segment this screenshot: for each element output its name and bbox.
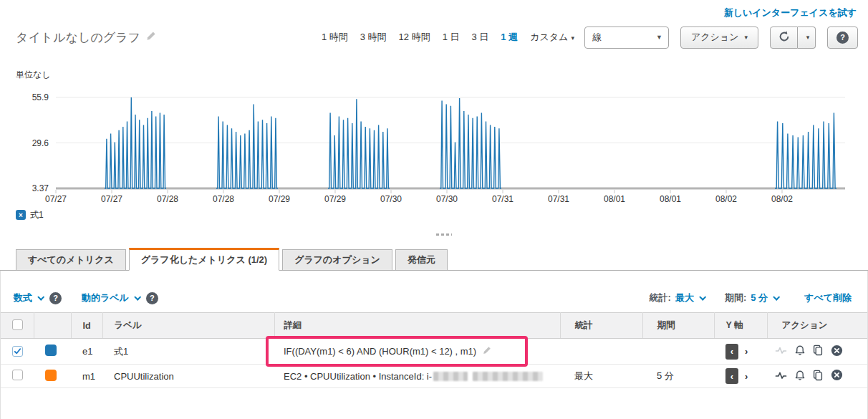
row-checkbox-checked[interactable] xyxy=(12,346,23,357)
period-value: 5 分 xyxy=(642,365,714,388)
tab-source[interactable]: 発信元 xyxy=(395,249,448,270)
legend-series-label[interactable]: 式1 xyxy=(30,209,44,221)
svg-text:08/02: 08/02 xyxy=(771,194,793,204)
svg-text:07/31: 07/31 xyxy=(548,194,569,204)
resize-handle-icon[interactable] xyxy=(436,233,452,236)
yaxis-left-button[interactable]: ‹ xyxy=(725,344,738,360)
svg-text:07/31: 07/31 xyxy=(492,194,513,204)
period-value xyxy=(642,339,714,365)
chart-type-value: 線 xyxy=(592,31,602,44)
details-column-header: 詳細 xyxy=(274,313,560,339)
metric-details: EC2 • CPUUtilization • InstanceId: i- xyxy=(284,371,432,382)
sparkline-icon[interactable] xyxy=(775,370,787,383)
id-column-header: Id xyxy=(71,313,102,339)
svg-text:07/28: 07/28 xyxy=(157,194,178,204)
graph-header: タイトルなしのグラフ 1 時間 3 時間 12 時間 1 日 3 日 1 週 カ… xyxy=(0,21,868,53)
time-range-3h[interactable]: 3 時間 xyxy=(360,31,387,44)
help-icon[interactable]: ? xyxy=(146,292,158,304)
svg-text:3.37: 3.37 xyxy=(32,183,49,193)
edit-title-pencil-icon[interactable] xyxy=(146,31,156,44)
time-range-1h[interactable]: 1 時間 xyxy=(322,31,348,44)
svg-text:07/29: 07/29 xyxy=(324,194,346,204)
label-column-header: ラベル xyxy=(102,313,274,339)
remove-metric-icon[interactable] xyxy=(831,345,843,359)
period-label: 期間: xyxy=(725,292,746,304)
remove-metric-icon[interactable] xyxy=(831,369,843,383)
time-range-3d[interactable]: 3 日 xyxy=(472,31,489,44)
svg-text:08/02: 08/02 xyxy=(715,194,737,204)
graph-title: タイトルなしのグラフ xyxy=(16,29,140,46)
dynamic-label-menu[interactable]: 動的ラベル xyxy=(82,292,141,304)
redacted-instance-id xyxy=(473,372,543,381)
metric-id: m1 xyxy=(71,365,102,388)
svg-text:29.6: 29.6 xyxy=(32,138,49,148)
chevron-down-icon: ▾ xyxy=(744,34,748,41)
svg-text:07/28: 07/28 xyxy=(213,194,234,204)
yaxis-column-header: Y 軸 xyxy=(714,313,767,339)
tab-graphed-metrics[interactable]: グラフ化したメトリクス (1/2) xyxy=(129,248,279,271)
time-range-1d[interactable]: 1 日 xyxy=(443,31,460,44)
time-range-custom[interactable]: カスタム▾ xyxy=(530,31,574,44)
help-button[interactable]: ? xyxy=(827,27,858,49)
period-dropdown[interactable]: 期間: 5 分 xyxy=(725,292,780,304)
row-checkbox-unchecked[interactable] xyxy=(12,370,23,380)
tab-all-metrics[interactable]: すべてのメトリクス xyxy=(16,249,126,270)
yaxis-left-button[interactable]: ‹ xyxy=(725,368,738,384)
statistic-column-header: 統計 xyxy=(560,313,642,339)
select-all-checkbox[interactable] xyxy=(12,319,23,330)
math-expression-menu[interactable]: 数式 xyxy=(14,292,44,304)
toolbar-right: 統計: 最大 期間: 5 分 すべて削除 xyxy=(650,292,854,304)
statistic-dropdown[interactable]: 統計: 最大 xyxy=(650,292,706,304)
svg-text:単位なし: 単位なし xyxy=(16,69,51,80)
svg-text:07/27: 07/27 xyxy=(45,194,67,204)
period-column-header: 期間 xyxy=(642,313,714,339)
table-row-metric-m1: m1 CPUUtilization EC2 • CPUUtilization •… xyxy=(1,365,867,388)
chevron-down-icon: ▾ xyxy=(806,34,810,41)
metrics-line-chart[interactable]: 単位なし55.929.63.3707/2707/2707/2807/2807/2… xyxy=(0,67,868,208)
refresh-icon xyxy=(778,31,790,44)
refresh-button[interactable] xyxy=(770,27,798,49)
chart-legend: × 式1 xyxy=(16,209,868,221)
series-color-swatch[interactable] xyxy=(45,370,57,381)
help-icon[interactable]: ? xyxy=(49,292,62,304)
yaxis-right-button[interactable]: › xyxy=(745,371,748,382)
topbar: 新しいインターフェイスを試す xyxy=(0,0,868,21)
edit-expression-pencil-icon[interactable] xyxy=(483,346,491,357)
duplicate-icon[interactable] xyxy=(812,370,824,383)
try-new-interface-link[interactable]: 新しいインターフェイスを試す xyxy=(724,6,857,19)
yaxis-right-button[interactable]: › xyxy=(745,346,748,357)
time-range-1w-selected[interactable]: 1 週 xyxy=(501,31,518,44)
legend-series-icon[interactable]: × xyxy=(16,210,26,220)
sparkline-icon[interactable] xyxy=(775,345,787,358)
chevron-down-icon: ▼ xyxy=(656,34,662,41)
chart-type-select[interactable]: 線 ▼ xyxy=(584,27,669,49)
chevron-down-icon xyxy=(37,293,44,300)
statistic-label: 統計: xyxy=(650,292,671,304)
metric-id: e1 xyxy=(71,339,102,365)
alarm-bell-icon[interactable] xyxy=(794,345,806,358)
expression-details[interactable]: IF((DAY(m1) < 6) AND (HOUR(m1) < 12) , m… xyxy=(284,346,476,357)
metric-label: 式1 xyxy=(102,339,274,365)
series-color-swatch[interactable] xyxy=(45,345,57,356)
color-column-header xyxy=(34,313,71,339)
duplicate-icon[interactable] xyxy=(812,345,824,358)
alarm-bell-icon[interactable] xyxy=(794,370,806,383)
table-header-row: Id ラベル 詳細 統計 期間 Y 軸 アクション xyxy=(1,313,867,339)
chevron-down-icon xyxy=(773,293,780,300)
delete-all-link[interactable]: すべて削除 xyxy=(804,292,852,304)
metric-label: CPUUtilization xyxy=(102,365,274,388)
svg-text:07/30: 07/30 xyxy=(380,194,402,204)
svg-text:55.9: 55.9 xyxy=(32,92,49,102)
actions-button[interactable]: アクション ▾ xyxy=(680,27,758,49)
statistic-value: 最大 xyxy=(560,365,642,388)
chevron-down-icon xyxy=(699,293,706,300)
chevron-down-icon: ▾ xyxy=(571,34,574,42)
table-row-expression-e1: e1 式1 IF((DAY(m1) < 6) AND (HOUR(m1) < 1… xyxy=(1,339,867,365)
refresh-options-button[interactable]: ▾ xyxy=(798,27,816,49)
refresh-split-button: ▾ xyxy=(770,27,816,49)
time-range-12h[interactable]: 12 時間 xyxy=(399,31,430,44)
actions-column-header: アクション xyxy=(767,313,867,339)
chart-area: 単位なし55.929.63.3707/2707/2707/2807/2807/2… xyxy=(0,67,868,221)
tab-graph-options[interactable]: グラフのオプション xyxy=(282,249,392,270)
svg-text:07/29: 07/29 xyxy=(269,194,290,204)
